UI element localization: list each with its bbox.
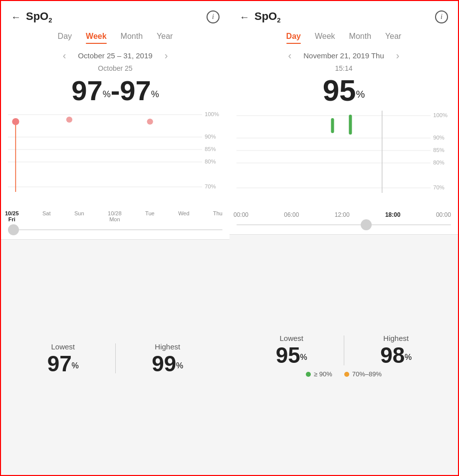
svg-point-11 <box>12 118 19 125</box>
tab-day-right[interactable]: Day <box>286 32 301 43</box>
x-axis-right: 00:00 06:00 12:00 18:00 00:00 <box>230 210 458 218</box>
x-day-wed: Wed <box>178 210 189 216</box>
next-arrow-right[interactable]: › <box>392 50 404 61</box>
x-label-fri: 10/25 Fri <box>5 210 19 222</box>
svg-text:70%: 70% <box>205 184 216 190</box>
info-button-left[interactable]: i <box>207 10 220 23</box>
x-label-sun: Sun <box>74 210 84 222</box>
time-label-right: 15:14 <box>230 64 458 72</box>
prev-arrow-left[interactable]: ‹ <box>59 50 70 61</box>
back-button-right[interactable]: ← <box>239 11 249 23</box>
tab-day-left[interactable]: Day <box>58 32 72 43</box>
reading-dash-left: - <box>111 75 120 106</box>
x-label-12: 12:00 <box>335 211 350 218</box>
prev-arrow-right[interactable]: ‹ <box>284 50 296 61</box>
tab-week-right[interactable]: Week <box>315 32 335 43</box>
week-chart-svg: 100% 90% 85% 80% 70% <box>8 110 223 209</box>
reading-value-right: 95 <box>323 74 356 107</box>
svg-text:80%: 80% <box>205 159 216 165</box>
chart-container-right: 100% 90% 85% 80% 70% <box>236 111 451 210</box>
x-axis-left: 10/25 Fri Sat Sun 10/28 Mon Tue Wed Thu <box>1 209 230 222</box>
stat-divider-right <box>344 335 344 365</box>
header-left: ← SpO2 i <box>1 1 230 29</box>
app-title-right: SpO2 <box>254 10 280 24</box>
scroll-thumb-left[interactable] <box>8 224 19 235</box>
lowest-label-left: Lowest <box>51 342 75 351</box>
tab-year-right[interactable]: Year <box>385 32 401 43</box>
tabs-left: Day Week Month Year <box>1 29 230 45</box>
scroll-thumb-right[interactable] <box>361 219 372 230</box>
stats-left: Lowest 97% Highest 99% <box>1 240 230 476</box>
lowest-value-right: 95% <box>276 344 307 366</box>
x-label-mon: 10/28 Mon <box>108 210 122 222</box>
svg-text:90%: 90% <box>205 134 216 140</box>
reading-max-left: 97 <box>120 75 151 106</box>
x-day-thu: Thu <box>213 210 223 216</box>
back-button[interactable]: ← <box>11 11 21 23</box>
x-label-tue: Tue <box>145 210 155 222</box>
reading-unit-right: % <box>356 89 365 100</box>
stat-highest-left: Highest 99% <box>121 342 215 375</box>
next-arrow-left[interactable]: › <box>161 50 172 61</box>
svg-rect-26 <box>349 115 352 135</box>
day-chart-svg: 100% 90% 85% 80% 70% <box>236 111 451 210</box>
legend-right: ≥ 90% 70%–89% <box>306 366 382 384</box>
svg-text:85%: 85% <box>205 147 216 153</box>
highest-value-left: 99% <box>152 353 183 375</box>
x-label-sat: Sat <box>42 210 51 222</box>
svg-text:70%: 70% <box>433 185 445 191</box>
scroll-indicator-left <box>1 224 230 235</box>
x-label-00: 00:00 <box>233 211 248 218</box>
svg-text:100%: 100% <box>205 112 219 118</box>
x-day-sat: Sat <box>42 210 51 216</box>
x-day-tue: Tue <box>145 210 155 216</box>
highest-label-left: Highest <box>155 342 180 351</box>
date-range-right: November 21, 2019 Thu <box>303 51 384 60</box>
x-day-fri: Fri <box>8 216 15 222</box>
tabs-right: Day Week Month Year <box>230 29 458 45</box>
svg-text:85%: 85% <box>433 148 445 154</box>
legend-label-orange: 70%–89% <box>352 370 382 378</box>
svg-rect-25 <box>331 118 334 133</box>
date-range-left: October 25 – 31, 2019 <box>78 51 152 60</box>
header-right: ← SpO2 i <box>230 1 458 29</box>
info-button-right[interactable]: i <box>435 10 448 23</box>
svg-text:80%: 80% <box>433 160 445 166</box>
stat-divider-left <box>115 343 116 373</box>
x-label-18: 18:00 <box>385 211 401 218</box>
date-nav-right: ‹ November 21, 2019 Thu › <box>230 45 458 62</box>
legend-item-green: ≥ 90% <box>306 370 332 378</box>
svg-point-13 <box>147 119 153 125</box>
svg-text:90%: 90% <box>433 135 445 141</box>
lowest-label-right: Lowest <box>279 334 303 342</box>
scroll-track-left <box>8 229 223 230</box>
x-label-24: 00:00 <box>436 211 451 218</box>
x-label-wed: Wed <box>178 210 189 222</box>
scroll-track-right <box>236 224 451 225</box>
date-label-left: October 25 <box>1 64 230 72</box>
x-date-mon: 10/28 <box>108 210 122 216</box>
legend-dot-green <box>306 372 311 377</box>
reading-min-unit-left: % <box>103 89 111 99</box>
tab-week-left[interactable]: Week <box>86 32 107 43</box>
x-day-sun: Sun <box>74 210 84 216</box>
x-date-fri: 10/25 <box>5 210 19 216</box>
reading-max-unit-left: % <box>151 89 159 99</box>
reading-left: 97%-97% <box>1 74 230 107</box>
scroll-indicator-right <box>230 219 458 230</box>
stats-right: Lowest 95% Highest 98% ≥ 90% 70%–89% <box>230 235 458 476</box>
panel-day: ← SpO2 i Day Week Month Year ‹ November … <box>230 1 458 476</box>
lowest-value-left: 97% <box>47 353 79 375</box>
stat-lowest-right: Lowest 95% <box>244 334 339 366</box>
tab-year-left[interactable]: Year <box>157 32 173 43</box>
legend-item-orange: 70%–89% <box>344 370 382 378</box>
stat-highest-right: Highest 98% <box>349 334 444 366</box>
highest-value-right: 98% <box>380 344 412 366</box>
stats-row-right: Lowest 95% Highest 98% <box>244 334 443 366</box>
tab-month-left[interactable]: Month <box>121 32 143 43</box>
svg-point-12 <box>66 117 72 123</box>
legend-dot-orange <box>344 372 349 377</box>
reading-min-left: 97 <box>71 75 102 106</box>
tab-month-right[interactable]: Month <box>349 32 371 43</box>
legend-label-green: ≥ 90% <box>314 370 332 378</box>
